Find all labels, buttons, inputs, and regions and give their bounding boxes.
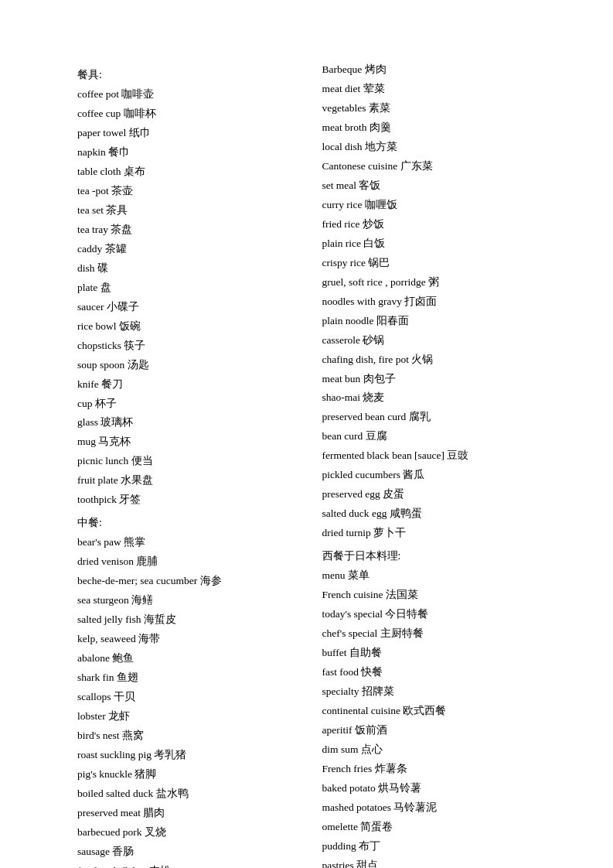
list-item: meat bun 肉包子: [322, 370, 552, 389]
list-item: plate 盘: [77, 279, 307, 298]
list-item: mug 马克杯: [77, 432, 307, 452]
list-item: specialty 招牌菜: [322, 682, 552, 702]
list-item: picnic lunch 便当: [77, 452, 307, 471]
list-item: coffee pot 咖啡壶: [77, 85, 307, 104]
list-item: dried turnip 萝卜干: [322, 524, 552, 543]
list-item: table cloth 桌布: [77, 162, 307, 182]
list-item: chafing dish, fire pot 火锅: [322, 350, 552, 370]
list-item: caddy 茶罐: [77, 240, 307, 259]
list-item: paper towel 纸巾: [77, 124, 307, 143]
list-item: casserole 砂锅: [322, 331, 552, 350]
list-item: kelp, seaweed 海带: [77, 630, 307, 649]
list-item: set meal 客饭: [322, 176, 552, 196]
list-item: toothpick 牙签: [77, 490, 307, 510]
list-item: preserved meat 腊肉: [77, 804, 307, 823]
list-item: buffet 自助餐: [322, 644, 552, 663]
list-item: coffee cup 咖啡杯: [77, 104, 307, 124]
list-item: fruit plate 水果盘: [77, 471, 307, 490]
list-item: fermented black bean [sauce] 豆豉: [322, 446, 552, 466]
list-item: vegetables 素菜: [322, 99, 552, 118]
list-item: noodles with gravy 打卤面: [322, 292, 552, 312]
list-item: abalone 鲍鱼: [77, 649, 307, 668]
section-header-chinese-food: 中餐:: [77, 516, 307, 530]
list-item: fried rice 炒饭: [322, 215, 552, 234]
list-item: dried venison 鹿脯: [77, 552, 307, 572]
list-item: shao-mai 烧麦: [322, 388, 552, 408]
list-item: bean curd 豆腐: [322, 427, 552, 446]
list-item: pig's knuckle 猪脚: [77, 765, 307, 784]
list-item: preserved bean curd 腐乳: [322, 408, 552, 427]
list-item: fried pork flakes 肉松: [77, 862, 307, 868]
list-item: preserved egg 皮蛋: [322, 485, 552, 504]
list-item: French fries 炸薯条: [322, 760, 552, 779]
right-column: Barbeque 烤肉meat diet 荤菜vegetables 素菜meat…: [322, 60, 552, 868]
list-item: pudding 布丁: [322, 837, 552, 856]
list-item: tea set 茶具: [77, 201, 307, 220]
list-item: baked potato 烘马铃薯: [322, 779, 552, 798]
list-item: plain noodle 阳春面: [322, 312, 552, 331]
two-column-layout: 餐具:coffee pot 咖啡壶coffee cup 咖啡杯paper tow…: [77, 60, 551, 868]
list-item: crispy rice 锅巴: [322, 254, 552, 273]
list-item: tea -pot 茶壶: [77, 182, 307, 201]
list-item: dim sum 点心: [322, 740, 552, 760]
list-item: Cantonese cuisine 广东菜: [322, 157, 552, 176]
list-item: Barbeque 烤肉: [322, 60, 552, 80]
list-item: beche-de-mer; sea cucumber 海参: [77, 572, 307, 591]
list-item: shark fin 鱼翅: [77, 668, 307, 688]
list-item: today's special 今日特餐: [322, 605, 552, 624]
list-item: bear's paw 熊掌: [77, 533, 307, 552]
list-item: salted duck egg 咸鸭蛋: [322, 504, 552, 524]
list-item: sea sturgeon 海鳝: [77, 591, 307, 610]
list-item: curry rice 咖喱饭: [322, 196, 552, 215]
list-item: continental cuisine 欧式西餐: [322, 702, 552, 721]
list-item: barbecued pork 叉烧: [77, 823, 307, 842]
list-item: menu 菜单: [322, 566, 552, 586]
list-item: saucer 小碟子: [77, 298, 307, 317]
list-item: roast suckling pig 考乳猪: [77, 746, 307, 765]
list-item: salted jelly fish 海蜇皮: [77, 610, 307, 630]
list-item: pastries 甜点: [322, 856, 552, 868]
list-item: plain rice 白饭: [322, 234, 552, 254]
left-column: 餐具:coffee pot 咖啡壶coffee cup 咖啡杯paper tow…: [77, 60, 322, 868]
list-item: chopsticks 筷子: [77, 337, 307, 356]
list-item: napkin 餐巾: [77, 143, 307, 162]
list-item: omelette 简蛋卷: [322, 818, 552, 837]
list-item: soup spoon 汤匙: [77, 356, 307, 375]
main-content: 餐具:coffee pot 咖啡壶coffee cup 咖啡杯paper tow…: [77, 60, 551, 868]
section-header-western-japanese: 西餐于日本料理:: [322, 549, 552, 563]
list-item: dish 碟: [77, 259, 307, 279]
list-item: aperitif 饭前酒: [322, 721, 552, 740]
section-header-utensils: 餐具:: [77, 68, 307, 82]
list-item: pickled cucumbers 酱瓜: [322, 466, 552, 485]
list-item: bird's nest 燕窝: [77, 726, 307, 746]
list-item: French cuisine 法国菜: [322, 586, 552, 605]
list-item: glass 玻璃杯: [77, 413, 307, 432]
list-item: local dish 地方菜: [322, 138, 552, 157]
list-item: gruel, soft rice , porridge 粥: [322, 273, 552, 292]
list-item: cup 杯子: [77, 395, 307, 414]
list-item: meat broth 肉羹: [322, 118, 552, 138]
list-item: fast food 快餐: [322, 663, 552, 682]
list-item: tea tray 茶盘: [77, 220, 307, 240]
list-item: lobster 龙虾: [77, 707, 307, 726]
list-item: mashed potatoes 马铃薯泥: [322, 798, 552, 818]
list-item: scallops 干贝: [77, 688, 307, 707]
list-item: meat diet 荤菜: [322, 80, 552, 99]
list-item: rice bowl 饭碗: [77, 317, 307, 337]
list-item: knife 餐刀: [77, 375, 307, 395]
list-item: chef's special 主厨特餐: [322, 624, 552, 644]
list-item: sausage 香肠: [77, 842, 307, 862]
list-item: boiled salted duck 盐水鸭: [77, 784, 307, 804]
